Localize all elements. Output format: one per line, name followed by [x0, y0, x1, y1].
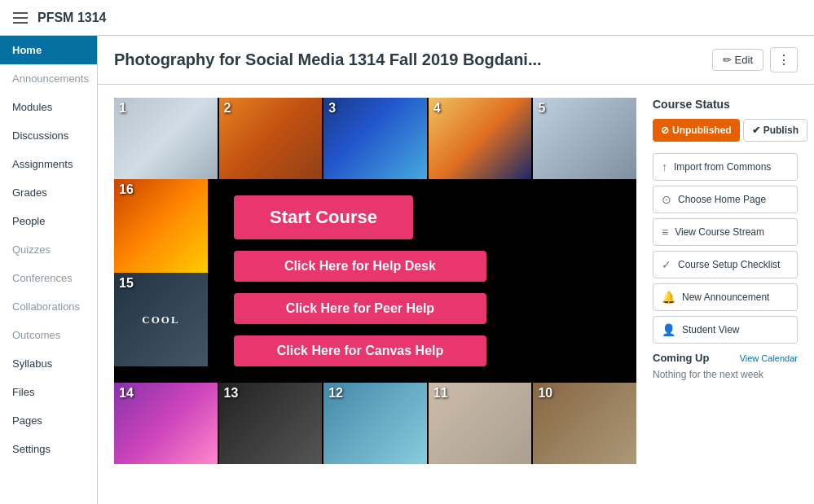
- peer-help-button[interactable]: Click Here for Peer Help: [234, 293, 486, 324]
- image-cell-14: 14: [114, 383, 218, 464]
- sidebar-item-home[interactable]: Home: [0, 36, 97, 64]
- image-cell-16: 16: [114, 179, 208, 273]
- course-setup-checklist-button[interactable]: ✓ Course Setup Checklist: [653, 251, 798, 278]
- publish-button[interactable]: ✔ Publish: [743, 119, 807, 142]
- sidebar-item-collaborations[interactable]: Collaborations: [0, 292, 97, 321]
- pencil-icon: ✏: [723, 54, 732, 66]
- sidebar: Home Announcements Modules Discussions A…: [0, 36, 98, 504]
- top-bar: PFSM 1314: [0, 0, 814, 36]
- sidebar-item-grades[interactable]: Grades: [0, 178, 97, 207]
- check-icon: ✔: [752, 125, 760, 136]
- course-header: Photography for Social Media 1314 Fall 2…: [98, 36, 814, 85]
- course-header-actions: ✏ Edit ⋮: [712, 47, 798, 72]
- sidebar-item-outcomes[interactable]: Outcomes: [0, 321, 97, 349]
- image-cell-2: 2: [219, 98, 323, 179]
- main-content: Photography for Social Media 1314 Fall 2…: [98, 36, 814, 504]
- student-icon: 👤: [662, 323, 675, 336]
- image-cell-12: 12: [323, 383, 427, 464]
- stream-icon: ≡: [662, 226, 668, 239]
- sidebar-item-settings[interactable]: Settings: [0, 435, 97, 463]
- coming-up-section: Coming Up View Calendar Nothing for the …: [653, 352, 798, 380]
- checklist-icon: ✓: [662, 258, 671, 271]
- canvas-help-button[interactable]: Click Here for Canvas Help: [234, 335, 486, 366]
- image-cell-15: 15 COOL: [114, 273, 208, 366]
- app-title: PFSM 1314: [37, 11, 106, 25]
- help-desk-button[interactable]: Click Here for Help Desk: [234, 251, 486, 282]
- home-area: 1 2 3 4 5: [98, 85, 814, 477]
- sidebar-item-pages[interactable]: Pages: [0, 406, 97, 435]
- edit-button[interactable]: ✏ Edit: [712, 49, 763, 71]
- image-cell-1: 1: [114, 98, 218, 179]
- sidebar-item-files[interactable]: Files: [0, 378, 97, 406]
- home-icon: ⊙: [662, 193, 671, 206]
- image-cell-13: 13: [219, 383, 323, 464]
- sidebar-item-assignments[interactable]: Assignments: [0, 150, 97, 178]
- choose-home-page-button[interactable]: ⊙ Choose Home Page: [653, 186, 798, 213]
- announcement-icon: 🔔: [662, 291, 675, 304]
- middle-section: 16 15 COOL Start Course Click Here for H…: [114, 179, 636, 383]
- center-content: Start Course Click Here for Help Desk Cl…: [209, 179, 636, 383]
- sidebar-item-people[interactable]: People: [0, 207, 97, 235]
- right-panel: Course Status ⊘ Unpublished ✔ Publish ↑ …: [653, 98, 798, 464]
- sidebar-item-announcements[interactable]: Announcements: [0, 64, 97, 93]
- import-from-commons-button[interactable]: ↑ Import from Commons: [653, 153, 798, 181]
- status-buttons: ⊘ Unpublished ✔ Publish: [653, 119, 798, 142]
- left-images: 16 15 COOL: [114, 179, 208, 383]
- sidebar-item-quizzes[interactable]: Quizzes: [0, 235, 97, 264]
- course-title: Photography for Social Media 1314 Fall 2…: [114, 50, 542, 69]
- course-grid: 1 2 3 4 5: [114, 98, 636, 464]
- import-icon: ↑: [662, 160, 667, 173]
- image-cell-11: 11: [429, 383, 532, 464]
- image-cell-5: 5: [533, 98, 636, 179]
- image-cell-10: 10: [533, 383, 636, 464]
- grid-container: 1 2 3 4 5: [114, 98, 636, 464]
- new-announcement-button[interactable]: 🔔 New Announcement: [653, 283, 798, 311]
- sidebar-item-syllabus[interactable]: Syllabus: [0, 349, 97, 378]
- bottom-images-row: 14 13 12 11 10: [114, 383, 636, 464]
- coming-up-text: Nothing for the next week: [653, 369, 798, 380]
- start-course-button[interactable]: Start Course: [234, 195, 413, 239]
- more-options-button[interactable]: ⋮: [770, 47, 798, 72]
- view-calendar-link[interactable]: View Calendar: [740, 353, 798, 363]
- hamburger-menu[interactable]: [13, 12, 28, 24]
- coming-up-header: Coming Up View Calendar: [653, 352, 798, 364]
- unpublished-button[interactable]: ⊘ Unpublished: [653, 119, 740, 142]
- student-view-button[interactable]: 👤 Student View: [653, 316, 798, 344]
- view-course-stream-button[interactable]: ≡ View Course Stream: [653, 218, 798, 246]
- sidebar-item-modules[interactable]: Modules: [0, 93, 97, 121]
- sidebar-item-discussions[interactable]: Discussions: [0, 121, 97, 150]
- course-status-title: Course Status: [653, 98, 798, 111]
- image-cell-3: 3: [323, 98, 427, 179]
- ban-icon: ⊘: [661, 125, 669, 136]
- sidebar-item-conferences[interactable]: Conferences: [0, 264, 97, 292]
- coming-up-title: Coming Up: [653, 352, 709, 364]
- image-cell-4: 4: [429, 98, 532, 179]
- top-images-row: 1 2 3 4 5: [114, 98, 636, 179]
- cool-text: COOL: [142, 313, 179, 327]
- main-layout: Home Announcements Modules Discussions A…: [0, 36, 814, 504]
